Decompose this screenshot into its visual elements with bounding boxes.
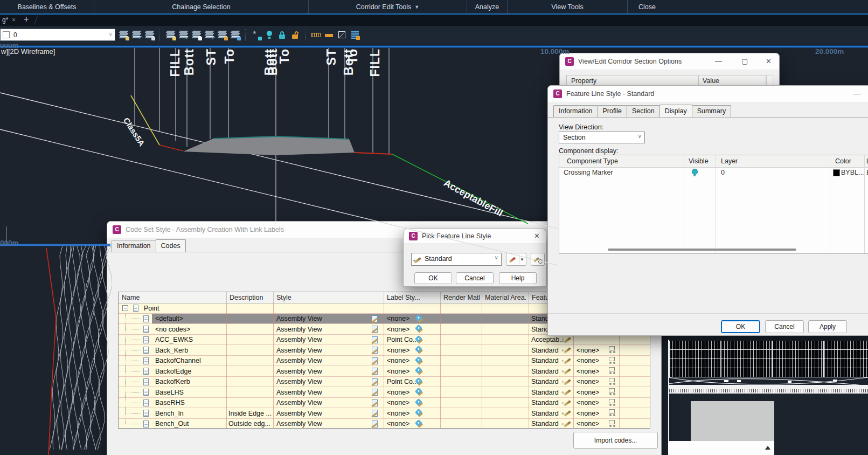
- toolbar-separator: [159, 29, 164, 41]
- drawing-tab[interactable]: g*: [2, 16, 8, 24]
- menu-analyze[interactable]: Analyze: [467, 0, 508, 13]
- accent: [258, 37, 262, 40]
- layer-freeze-icon[interactable]: *: [251, 29, 262, 41]
- chainage-label-left: 000m: [0, 239, 19, 247]
- layers-toolbar: 0 ˅ ↶✓↗*: [0, 26, 868, 44]
- layer-sheet: [145, 33, 155, 36]
- accent: [237, 37, 241, 40]
- accent-glyph: ✓: [185, 36, 190, 41]
- layer-properties-icon[interactable]: [119, 29, 130, 41]
- section-code-label-3: To: [223, 49, 236, 64]
- ground-line-upper: [0, 93, 558, 229]
- layer-edit-icon[interactable]: [217, 29, 228, 41]
- bulb-icon: [267, 31, 272, 36]
- accent: [198, 37, 202, 40]
- gray-panel: [691, 401, 774, 441]
- layer-sheet: [132, 31, 142, 33]
- tab-close-icon[interactable]: ×: [12, 16, 16, 24]
- scroll-up-icon[interactable]: [765, 446, 770, 450]
- layer-sheet: [179, 31, 189, 33]
- layer-sheet: [218, 31, 227, 33]
- section-code-label-10: FILL: [369, 49, 381, 77]
- plan-view-band: [668, 340, 868, 455]
- layer-sheet: [119, 33, 129, 36]
- accent: [224, 37, 228, 40]
- tab-display[interactable]: Display: [659, 105, 692, 117]
- menu-chainage-selection[interactable]: Chainage Selection: [94, 0, 309, 13]
- app-window: Baselines & Offsets Chainage Selection C…: [0, 0, 868, 455]
- chevron-down-icon: ˅: [109, 32, 112, 38]
- layer-sheet: [231, 33, 240, 36]
- layer-sheet: [145, 31, 155, 33]
- menu-corridor-edit-tools[interactable]: Corridor Edit Tools ▼: [309, 0, 467, 13]
- layer-sheet: [166, 31, 176, 33]
- chevron-down-icon: ▼: [414, 4, 419, 10]
- menu-baselines-offsets[interactable]: Baselines & Offsets: [0, 0, 94, 13]
- chainage-label-20: 20.000m: [815, 47, 844, 56]
- accent: [126, 37, 129, 40]
- layer-states-icon[interactable]: [144, 29, 156, 41]
- layer-sheet: [192, 31, 202, 33]
- measure-quick-icon[interactable]: [324, 29, 335, 41]
- section-code-label-9: To: [346, 49, 359, 64]
- viewport-corner-label[interactable]: w][2D Wireframe]: [1, 47, 55, 56]
- surface-contours: [46, 246, 112, 455]
- toolbar-icons: ↶✓↗*: [119, 29, 363, 42]
- layer-color-swatch: [3, 31, 10, 38]
- layer-unlock-icon[interactable]: [290, 29, 301, 41]
- accent-glyph: ↗: [211, 36, 216, 41]
- toolbar-separator: [305, 29, 309, 41]
- layer-sheet: [119, 31, 129, 33]
- layer-merge-icon[interactable]: [230, 29, 241, 41]
- layer-select-value: 0: [13, 31, 109, 39]
- toolbar-separator: [245, 29, 249, 41]
- corridor-grid-band: [669, 341, 868, 377]
- accent-glyph: ↶: [138, 36, 143, 41]
- menu-corridor-edit-tools-label: Corridor Edit Tools: [356, 3, 412, 11]
- drawing-tab-bar: g* × +: [0, 15, 868, 26]
- layer-sheet: [192, 33, 202, 36]
- layer-select[interactable]: 0 ˅: [0, 29, 115, 41]
- layer-sheet: [218, 33, 227, 36]
- layer-sheet: [205, 31, 214, 33]
- accent: [151, 37, 155, 40]
- menu-view-tools[interactable]: View Tools: [508, 0, 628, 13]
- tab-divider: [34, 16, 38, 25]
- view-cube-icon[interactable]: [337, 29, 348, 41]
- road-section: [183, 136, 355, 155]
- section-code-label-2: ST: [205, 49, 218, 65]
- new-tab-button[interactable]: +: [24, 15, 29, 24]
- section-code-label-1: Bott: [183, 49, 196, 75]
- layer-previous-icon[interactable]: ↶: [131, 29, 143, 41]
- layer-sheet: [231, 31, 240, 33]
- menu-close[interactable]: Close: [628, 0, 868, 13]
- white-strip: [668, 441, 774, 455]
- measure-distance-icon[interactable]: [311, 29, 322, 41]
- layer-isolate-icon[interactable]: [191, 29, 203, 41]
- make-current-icon[interactable]: ✓: [178, 29, 190, 41]
- top-menu-bar: Baselines & Offsets Chainage Selection C…: [0, 0, 868, 15]
- drawing-utilities-icon[interactable]: [350, 29, 361, 41]
- layer-sheet: [166, 33, 176, 36]
- layer-match-icon[interactable]: [165, 29, 177, 41]
- layer-unisolate-icon[interactable]: ↗: [204, 29, 216, 41]
- section-code-label-0: FILL: [169, 49, 182, 77]
- chainage-label-10: 10.000m: [540, 47, 569, 56]
- accent: [172, 37, 176, 40]
- section-code-label-6: To: [278, 49, 291, 64]
- tab-codes[interactable]: Codes: [156, 239, 186, 252]
- scale-tick-band: [669, 385, 868, 394]
- layer-off-icon[interactable]: [264, 29, 275, 41]
- section-code-label-7: ST: [325, 49, 338, 65]
- layer-lock-icon[interactable]: [277, 29, 288, 41]
